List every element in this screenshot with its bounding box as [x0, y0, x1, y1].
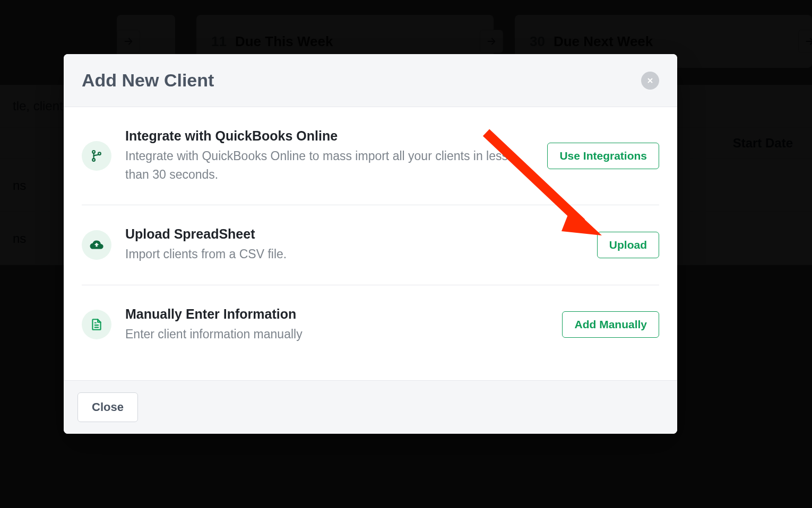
option-title: Manually Enter Information — [125, 306, 548, 322]
modal-header: Add New Client — [64, 54, 677, 107]
modal-body: Integrate with QuickBooks Online Integra… — [64, 107, 677, 380]
option-integrate-quickbooks: Integrate with QuickBooks Online Integra… — [82, 107, 659, 205]
option-desc: Import clients from a CSV file. — [125, 245, 518, 264]
option-desc: Integrate with QuickBooks Online to mass… — [125, 147, 518, 183]
add-manually-button[interactable]: Add Manually — [562, 311, 659, 338]
close-icon[interactable] — [641, 72, 659, 90]
option-manual-entry: Manually Enter Information Enter client … — [82, 285, 659, 365]
modal-title: Add New Client — [82, 70, 214, 91]
cloud-upload-icon — [82, 230, 111, 260]
use-integrations-button[interactable]: Use Integrations — [547, 143, 659, 169]
add-client-modal: Add New Client Integrate with QuickBooks… — [64, 54, 677, 434]
upload-button[interactable]: Upload — [597, 232, 659, 258]
close-button[interactable]: Close — [77, 392, 138, 422]
modal-footer: Close — [64, 380, 677, 434]
option-upload-spreadsheet: Upload SpreadSheet Import clients from a… — [82, 205, 659, 285]
option-title: Upload SpreadSheet — [125, 226, 583, 242]
option-desc: Enter client information manually — [125, 325, 518, 344]
document-icon — [82, 310, 111, 339]
option-title: Integrate with QuickBooks Online — [125, 128, 533, 144]
branch-icon — [82, 141, 111, 171]
